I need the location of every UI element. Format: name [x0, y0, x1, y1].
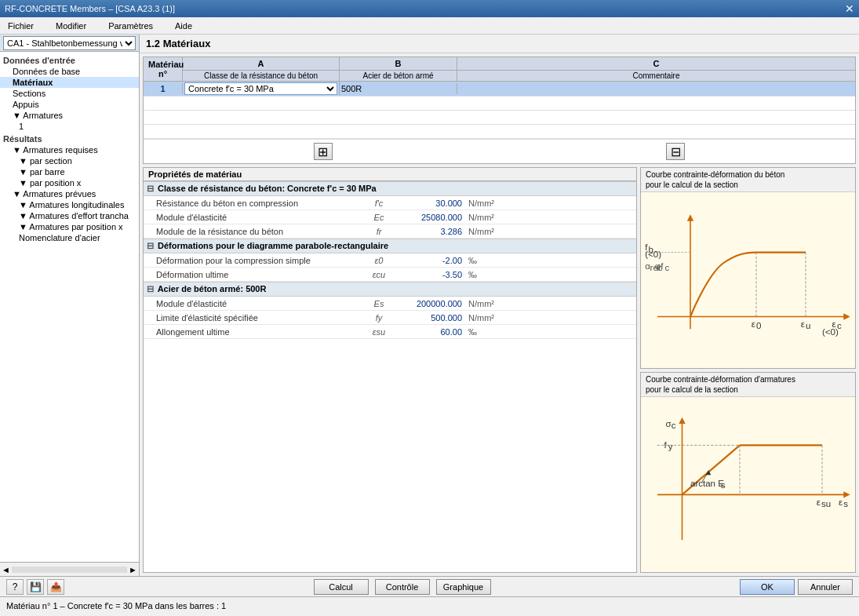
svg-text:ε: ε	[817, 498, 821, 507]
table-row-empty	[144, 125, 855, 139]
materials-table: Matériau n° A Classe de la résistance du…	[143, 56, 856, 164]
steel-chart-content: σ c f y arctan E s ε su ε	[641, 397, 855, 572]
svg-text:ε: ε	[801, 319, 805, 329]
svg-text:y: y	[668, 441, 673, 450]
svg-text:ε: ε	[752, 319, 755, 329]
table-icons: ⊞ ⊟	[144, 139, 855, 163]
ok-button[interactable]: OK	[740, 579, 795, 595]
menu-aide[interactable]: Aide	[170, 20, 197, 32]
tree-item-14[interactable]: ▼ Armatures d'effort trancha	[0, 210, 139, 221]
status-text: Matériau n° 1 – Concrete f'c = 30 MPa da…	[6, 601, 226, 611]
tree-item-11[interactable]: ▼ par position x	[0, 177, 139, 188]
table-add-button[interactable]: ⊞	[314, 143, 333, 160]
main-layout: CA1 - Stahlbetonbemessung vo Données d'e…	[0, 35, 859, 576]
col-a-header: A Classe de la résistance du béton	[183, 57, 340, 81]
tree-item-10[interactable]: ▼ par barre	[0, 166, 139, 177]
props-section-steel: ⊟ Acier de béton armé: 500R	[144, 282, 636, 297]
svg-text:su: su	[821, 499, 831, 508]
props-row-fr: Module de la résistance du béton fr 3.28…	[144, 224, 636, 239]
tree-item-8[interactable]: ▼ Armatures requises	[0, 144, 139, 155]
help-button[interactable]: ?	[6, 579, 24, 595]
props-row-fc: Résistance du béton en compression f'c 3…	[144, 196, 636, 210]
section-header: 1.2 Matériaux	[140, 35, 859, 53]
controle-button[interactable]: Contrôle	[375, 579, 430, 595]
expand-icon-steel: ⊟	[147, 284, 154, 293]
table-delete-button[interactable]: ⊟	[666, 143, 685, 160]
tree-item-15[interactable]: ▼ Armatures par position x	[0, 221, 139, 232]
properties-title: Propriétés de matériau	[144, 168, 636, 181]
tree-item-4[interactable]: Appuis	[0, 99, 139, 110]
close-icon[interactable]: ✕	[845, 2, 854, 15]
col-matnum-header: Matériau n°	[144, 57, 183, 81]
svg-text:σ: σ	[666, 419, 672, 428]
props-row-fy: Limite d'élasticité spécifiée fy 500.000…	[144, 311, 636, 325]
tree-item-16[interactable]: Nomenclature d'acier	[0, 232, 139, 243]
menu-bar: Fichier Modifier Paramètres Aide	[0, 17, 859, 35]
concrete-chart: Courbe contrainte-déformation du bétonpo…	[640, 167, 856, 369]
steel-chart: Courbe contrainte-déformation d'armature…	[640, 372, 856, 574]
tree-item-12[interactable]: ▼ Armatures prévues	[0, 188, 139, 199]
svg-text:ε: ε	[839, 498, 843, 507]
concrete-class-dropdown[interactable]: Concrete f'c = 30 MPa Concrete f'c = 20 …	[184, 82, 337, 95]
bottom-bar: ? 💾 📤 Calcul Contrôle Graphique OK Annul…	[0, 576, 859, 596]
svg-text:f: f	[661, 261, 664, 271]
table-row[interactable]: 1 Concrete f'c = 30 MPa Concrete f'c = 2…	[144, 82, 855, 97]
annuler-button[interactable]: Annuler	[798, 579, 853, 595]
cell-b-value: 500R	[340, 83, 457, 94]
menu-fichier[interactable]: Fichier	[3, 20, 38, 32]
graphique-button[interactable]: Graphique	[436, 579, 491, 595]
props-section-concrete: ⊟ Classe de résistance du béton: Concret…	[144, 181, 636, 196]
app-title: RF-CONCRETE Members – [CSA A23.3 (1)]	[5, 4, 175, 13]
svg-marker-24	[679, 417, 685, 423]
tree-item-6[interactable]: 1	[0, 121, 139, 132]
props-row-ecu: Déformation ultime εcu -3.50 ‰	[144, 268, 636, 282]
svg-text:(<0): (<0)	[822, 327, 839, 337]
cell-row-num: 1	[144, 83, 183, 94]
tree-item-13[interactable]: ▼ Armatures longitudinales	[0, 199, 139, 210]
left-bottom-icons: ? 💾 📤	[6, 579, 64, 595]
status-bar: Matériau n° 1 – Concrete f'c = 30 MPa da…	[0, 596, 859, 614]
col-b-header: B Acier de béton armé	[340, 57, 457, 81]
table-row-empty	[144, 111, 855, 125]
save-button[interactable]: 💾	[27, 579, 44, 595]
right-buttons: OK Annuler	[740, 579, 853, 595]
steel-chart-title: Courbe contrainte-déformation d'armature…	[641, 373, 855, 397]
properties-panel: Propriétés de matériau ⊟ Classe de résis…	[143, 167, 637, 573]
props-charts-area: Propriétés de matériau ⊟ Classe de résis…	[143, 167, 856, 573]
concrete-chart-title: Courbe contrainte-déformation du bétonpo…	[641, 168, 855, 192]
left-panel: CA1 - Stahlbetonbemessung vo Données d'e…	[0, 35, 140, 576]
dropdown-area: CA1 - Stahlbetonbemessung vo	[0, 35, 139, 52]
col-c-header: C Commentaire	[457, 57, 855, 81]
svg-text:c: c	[672, 421, 676, 430]
svg-text:s: s	[721, 479, 726, 489]
svg-text:c: c	[664, 263, 669, 272]
calcul-button[interactable]: Calcul	[314, 579, 369, 595]
props-row-esu: Allongement ultime εsu 60.00 ‰	[144, 325, 636, 339]
menu-modifier[interactable]: Modifier	[51, 20, 91, 32]
svg-marker-3	[843, 313, 850, 319]
right-panel: 1.2 Matériaux Matériau n° A Classe de la…	[140, 35, 859, 576]
center-buttons: Calcul Contrôle Graphique	[314, 579, 491, 595]
cell-c-value[interactable]	[457, 88, 855, 89]
expand-icon-deformations: ⊟	[147, 241, 154, 250]
charts-panel: Courbe contrainte-déformation du bétonpo…	[640, 167, 856, 573]
scroll-bar-area[interactable]: ◄►	[0, 562, 139, 576]
table-row-empty	[144, 97, 855, 111]
tree-item-1[interactable]: Données de base	[0, 66, 139, 77]
svg-text:0: 0	[756, 321, 761, 330]
table-header: Matériau n° A Classe de la résistance du…	[144, 57, 855, 82]
case-dropdown[interactable]: CA1 - Stahlbetonbemessung vo	[3, 36, 136, 50]
tree-item-3[interactable]: Sections	[0, 88, 139, 99]
tree-item-9[interactable]: ▼ par section	[0, 155, 139, 166]
cell-a-value[interactable]: Concrete f'c = 30 MPa Concrete f'c = 20 …	[183, 82, 340, 96]
tree-item-2[interactable]: Matériaux	[0, 77, 139, 88]
export-button[interactable]: 📤	[47, 579, 64, 595]
svg-text:s: s	[843, 499, 848, 508]
props-section-deformations: ⊟ Déformations pour le diagramme parabol…	[144, 239, 636, 253]
tree-item-5[interactable]: ▼ Armatures	[0, 110, 139, 121]
expand-icon-concrete: ⊟	[147, 184, 154, 193]
svg-text:arctan E: arctan E	[690, 478, 724, 487]
svg-text:(<0): (<0)	[645, 250, 661, 259]
menu-parametres[interactable]: Paramètres	[104, 20, 158, 32]
props-row-es: Module d'élasticité Es 200000.000 N/mm²	[144, 297, 636, 311]
